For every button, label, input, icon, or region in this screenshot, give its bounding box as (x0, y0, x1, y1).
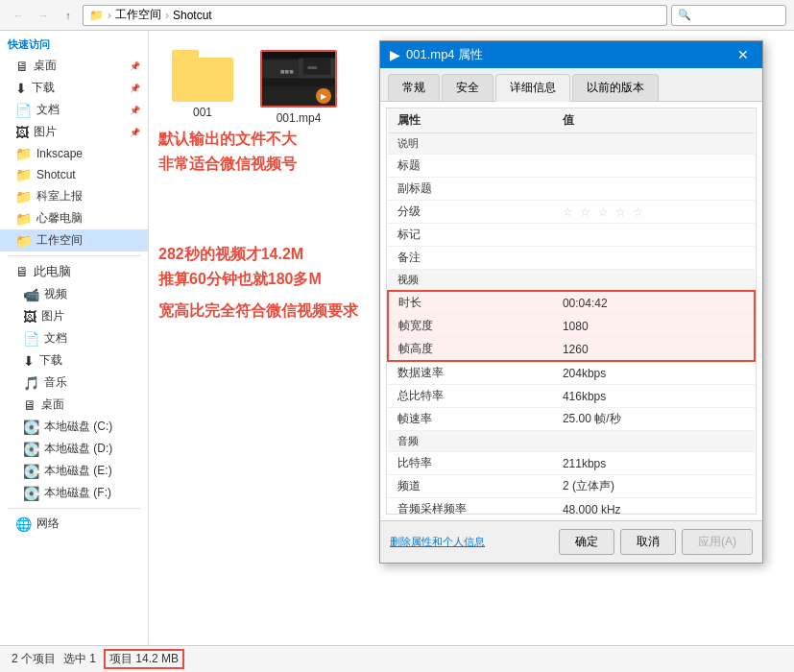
breadcrumb-shotcut[interactable]: Shotcut (173, 9, 212, 22)
forward-button[interactable]: → (33, 5, 54, 26)
sidebar-item-xinxin[interactable]: 📁 心馨电脑 (0, 207, 148, 229)
table-row-width: 帧宽度 1080 (388, 315, 755, 338)
pin-icon: 📌 (130, 61, 140, 71)
section-video: 视频 (388, 270, 755, 292)
val-audiobitrate: 211kbps (553, 452, 755, 475)
prop-title: 标题 (388, 155, 553, 178)
sidebar-item-network[interactable]: 🌐 网络 (0, 513, 148, 535)
prop-audiobitrate: 比特率 (388, 452, 553, 475)
drive-f-icon: 💽 (23, 486, 39, 501)
sidebar-item-desktop2[interactable]: 🖥 桌面 (0, 394, 148, 416)
status-total: 2 个项目 (12, 651, 56, 667)
sidebar-desktop-label: 桌面 (34, 58, 57, 74)
documents-icon: 📄 (23, 331, 39, 347)
pics-icon: 🖼 (15, 125, 29, 140)
shotcut-icon: 📁 (15, 167, 32, 182)
up-button[interactable]: ↑ (58, 5, 79, 26)
val-channels: 2 (立体声) (553, 475, 755, 498)
thumb-scene: ■■■ ▬ (262, 52, 335, 86)
section-desc-header: 说明 (388, 133, 755, 155)
sidebar-shotcut-label: Shotcut (36, 168, 76, 181)
table-row-audiobitrate: 比特率 211kbps (388, 452, 755, 475)
ok-button[interactable]: 确定 (559, 529, 614, 555)
sidebar-documents-label: 文档 (44, 330, 67, 347)
sidebar-item-keshang[interactable]: 📁 科室上报 (0, 185, 148, 207)
table-row-datarate: 数据速率 204kbps (388, 361, 755, 385)
pictures-icon: 🖼 (23, 309, 36, 324)
val-framerate: 25.00 帧/秒 (553, 408, 755, 431)
table-row-height: 帧高度 1260 (388, 338, 755, 362)
pc-icon: 🖥 (15, 264, 29, 279)
drive-e-icon: 💽 (23, 464, 39, 479)
video-thumbnail: ■■■ ▬ ▶ (260, 50, 337, 108)
sidebar-item-drive-d[interactable]: 💽 本地磁盘 (D:) (0, 438, 148, 460)
sidebar-item-download[interactable]: ⬇ 下载 📌 (0, 77, 148, 99)
file-item-video[interactable]: ■■■ ▬ ▶ 001.mp4 (260, 46, 337, 129)
pin-icon3: 📌 (130, 106, 140, 115)
annotation-line2: 非常适合微信视频号 (158, 152, 297, 177)
sidebar-item-video[interactable]: 📹 视频 (0, 283, 148, 305)
folder-body (172, 58, 233, 102)
main-container: 快速访问 🖥 桌面 📌 ⬇ 下载 📌 📄 文档 📌 🖼 图片 📌 📁 Inksc… (0, 31, 794, 645)
sidebar-item-shotcut[interactable]: 📁 Shotcut (0, 164, 148, 185)
desktop-icon: 🖥 (15, 59, 29, 74)
cancel-button[interactable]: 取消 (620, 529, 676, 555)
props-table: 属性 值 说明 (387, 108, 756, 515)
tab-details[interactable]: 详细信息 (495, 74, 570, 102)
sidebar-item-downloads[interactable]: ⬇ 下载 (0, 349, 148, 372)
sidebar-desktop2-label: 桌面 (41, 396, 64, 413)
prop-width: 帧宽度 (388, 315, 553, 338)
sidebar-item-drive-f[interactable]: 💽 本地磁盘 (F:) (0, 482, 148, 504)
sidebar-item-drive-c[interactable]: 💽 本地磁盘 (C:) (0, 416, 148, 438)
sidebar-item-drive-e[interactable]: 💽 本地磁盘 (E:) (0, 460, 148, 482)
tab-general[interactable]: 常规 (388, 74, 440, 101)
section-audio-header: 音频 (388, 431, 755, 452)
tab-security[interactable]: 安全 (442, 74, 493, 101)
dialog-title-text: 001.mp4 属性 (406, 46, 728, 63)
delete-props-link[interactable]: 删除属性和个人信息 (390, 535, 485, 549)
breadcrumb-sep2: › (165, 9, 169, 22)
sidebar-item-pictures[interactable]: 🖼 图片 (0, 305, 148, 327)
sidebar-item-pics[interactable]: 🖼 图片 📌 (0, 121, 148, 143)
val-width: 1080 (553, 315, 755, 338)
status-selected-prefix: 选中 1 (63, 651, 96, 667)
sidebar-item-music[interactable]: 🎵 音乐 (0, 372, 148, 394)
sidebar: 快速访问 🖥 桌面 📌 ⬇ 下载 📌 📄 文档 📌 🖼 图片 📌 📁 Inksc… (0, 31, 149, 645)
val-subtitle (553, 178, 755, 201)
val-tags (553, 224, 755, 247)
annotation-line4: 推算60分钟也就180多M (158, 267, 358, 292)
breadcrumb-workspace[interactable]: 工作空间 (115, 7, 161, 23)
dialog-title-icon: ▶ (390, 47, 400, 62)
sidebar-item-documents[interactable]: 📄 文档 (0, 327, 148, 349)
table-row-bitrate: 总比特率 416kbps (388, 385, 755, 408)
file-item-folder[interactable]: 001 (164, 46, 241, 123)
apply-button[interactable]: 应用(A) (682, 529, 753, 555)
search-button[interactable]: 🔍 (671, 5, 786, 26)
sidebar-item-docs[interactable]: 📄 文档 📌 (0, 99, 148, 121)
dialog-close-button[interactable]: ✕ (734, 45, 753, 64)
prop-rating: 分级 (388, 201, 553, 224)
workspace-icon: 📁 (15, 233, 32, 249)
sidebar-item-pc[interactable]: 🖥 此电脑 (0, 260, 148, 283)
keshang-icon: 📁 (15, 189, 32, 204)
properties-dialog: ▶ 001.mp4 属性 ✕ 常规 安全 详细信息 以前的版本 (379, 40, 763, 564)
nav-bar: ← → ↑ 📁 › 工作空间 › Shotcut 🔍 (0, 0, 794, 31)
tab-previous[interactable]: 以前的版本 (572, 74, 659, 101)
dialog-body: 属性 值 说明 (380, 102, 762, 563)
download-icon: ⬇ (15, 81, 27, 96)
sidebar-item-workspace[interactable]: 📁 工作空间 (0, 229, 148, 252)
prop-samplerate: 音频采样频率 (388, 498, 553, 516)
sidebar-downloads-label: 下载 (39, 352, 62, 369)
props-scroll[interactable]: 属性 值 说明 (386, 108, 757, 515)
sidebar-item-inkscape[interactable]: 📁 Inkscape (0, 143, 148, 164)
breadcrumb[interactable]: 📁 › 工作空间 › Shotcut (83, 5, 667, 26)
prop-channels: 频道 (388, 475, 553, 498)
section-desc: 说明 (388, 133, 755, 155)
content-area: 001 ■■■ ▬ (149, 31, 794, 645)
pin-icon4: 📌 (130, 128, 140, 137)
back-button[interactable]: ← (8, 5, 29, 26)
stars-display: ☆ ☆ ☆ ☆ ☆ (563, 205, 645, 219)
section-audio: 音频 (388, 431, 755, 452)
status-bar: 2 个项目 选中 1 项目 14.2 MB (0, 645, 794, 672)
sidebar-item-desktop[interactable]: 🖥 桌面 📌 (0, 55, 148, 77)
